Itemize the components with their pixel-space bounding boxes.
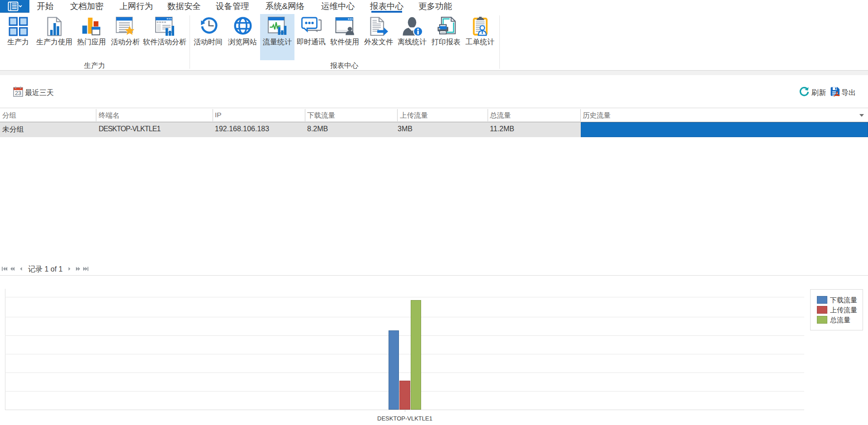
svg-text:23: 23 — [15, 90, 21, 96]
